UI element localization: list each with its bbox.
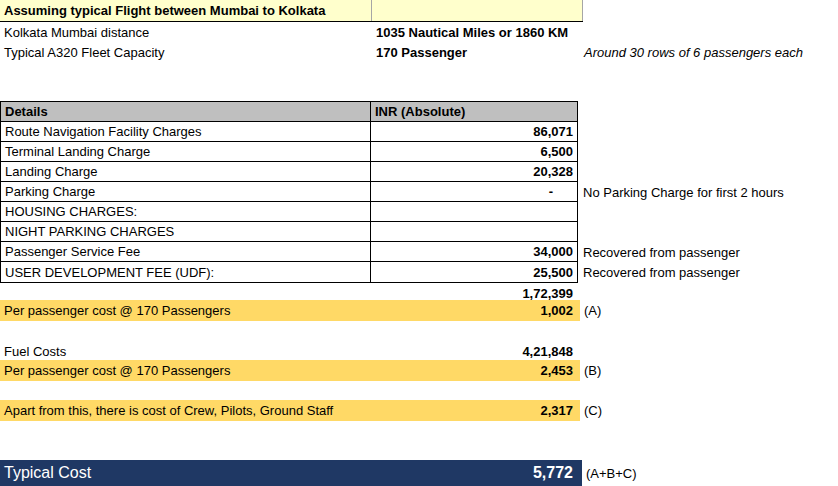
row-label-cell[interactable]: NIGHT PARKING CHARGES bbox=[1, 222, 371, 241]
table-header-row: Details INR (Absolute) bbox=[1, 102, 577, 122]
crew-cost-label-cell[interactable]: Apart from this, there is cost of Crew, … bbox=[0, 403, 540, 418]
row-value-cell[interactable] bbox=[371, 222, 577, 241]
table-row: USER DEVELOPMENT FEE (UDF): 25,500 bbox=[1, 262, 577, 282]
typical-cost-banner: Typical Cost 5,772 bbox=[0, 460, 582, 486]
row-label-cell[interactable]: Passenger Service Fee bbox=[1, 242, 371, 261]
row-label-cell[interactable]: USER DEVELOPMENT FEE (UDF): bbox=[1, 262, 371, 282]
udf-note-cell[interactable]: Recovered from passenger bbox=[583, 262, 740, 282]
typical-cost-value-cell[interactable]: 5,772 bbox=[533, 464, 582, 482]
per-passenger-b-value-cell[interactable]: 2,453 bbox=[540, 363, 580, 378]
capacity-value-cell[interactable]: 170 Passenger bbox=[371, 45, 583, 60]
row-value-cell[interactable]: 20,328 bbox=[371, 162, 577, 181]
distance-row: Kolkata Mumbai distance 1035 Nautical Mi… bbox=[0, 22, 838, 42]
row-label-cell[interactable]: Landing Charge bbox=[1, 162, 371, 181]
row-value-cell[interactable]: 86,071 bbox=[371, 122, 577, 141]
fuel-costs-label-cell[interactable]: Fuel Costs bbox=[0, 344, 371, 359]
fuel-costs-row: Fuel Costs 4,21,848 bbox=[0, 341, 838, 361]
table-row: Terminal Landing Charge 6,500 bbox=[1, 142, 577, 162]
distance-value-cell[interactable]: 1035 Nautical Miles or 1860 KM bbox=[371, 25, 583, 40]
per-passenger-a-label-cell[interactable]: Per passenger cost @ 170 Passengers bbox=[0, 303, 540, 318]
per-passenger-a-row: Per passenger cost @ 170 Passengers 1,00… bbox=[0, 300, 580, 321]
row-value-cell[interactable]: - bbox=[371, 182, 577, 201]
capacity-row: Typical A320 Fleet Capacity 170 Passenge… bbox=[0, 42, 838, 62]
parking-note-cell[interactable]: No Parking Charge for first 2 hours bbox=[583, 182, 784, 202]
sheet-title-cell[interactable]: Assuming typical Flight between Mumbai t… bbox=[0, 0, 371, 21]
per-passenger-b-row: Per passenger cost @ 170 Passengers 2,45… bbox=[0, 360, 580, 381]
tag-abc-cell[interactable]: (A+B+C) bbox=[586, 460, 637, 486]
table-row: HOUSING CHARGES: bbox=[1, 202, 577, 222]
row-value-cell[interactable]: 25,500 bbox=[371, 262, 577, 282]
table-row: Parking Charge - bbox=[1, 182, 577, 202]
tag-b-cell[interactable]: (B) bbox=[584, 360, 601, 381]
fuel-costs-value-cell[interactable]: 4,21,848 bbox=[371, 344, 573, 359]
charges-subtotal-cell[interactable]: 1,72,399 bbox=[371, 286, 573, 301]
tag-c-cell[interactable]: (C) bbox=[584, 400, 602, 421]
header-amount-cell[interactable]: INR (Absolute) bbox=[371, 102, 577, 121]
table-row: Landing Charge 20,328 bbox=[1, 162, 577, 182]
charges-table: Details INR (Absolute) Route Navigation … bbox=[0, 101, 578, 283]
per-passenger-b-label-cell[interactable]: Per passenger cost @ 170 Passengers bbox=[0, 363, 540, 378]
row-value-cell[interactable]: 34,000 bbox=[371, 242, 577, 261]
table-row: NIGHT PARKING CHARGES bbox=[1, 222, 577, 242]
table-row: Passenger Service Fee 34,000 bbox=[1, 242, 577, 262]
row-value-cell[interactable] bbox=[371, 202, 577, 221]
row-label-cell[interactable]: Terminal Landing Charge bbox=[1, 142, 371, 161]
row-label-cell[interactable]: Route Navigation Facility Charges bbox=[1, 122, 371, 141]
row-label-cell[interactable]: HOUSING CHARGES: bbox=[1, 202, 371, 221]
crew-cost-row: Apart from this, there is cost of Crew, … bbox=[0, 400, 580, 421]
distance-label-cell[interactable]: Kolkata Mumbai distance bbox=[0, 25, 371, 40]
tag-a-cell[interactable]: (A) bbox=[584, 300, 601, 321]
table-row: Route Navigation Facility Charges 86,071 bbox=[1, 122, 577, 142]
assumption-title-row: Assuming typical Flight between Mumbai t… bbox=[0, 0, 583, 22]
crew-cost-value-cell[interactable]: 2,317 bbox=[540, 403, 580, 418]
row-value-cell[interactable]: 6,500 bbox=[371, 142, 577, 161]
row-label-cell[interactable]: Parking Charge bbox=[1, 182, 371, 201]
psf-note-cell[interactable]: Recovered from passenger bbox=[583, 242, 740, 262]
title-adjacent-cell[interactable] bbox=[371, 0, 583, 21]
capacity-label-cell[interactable]: Typical A320 Fleet Capacity bbox=[0, 45, 371, 60]
spreadsheet-canvas: Assuming typical Flight between Mumbai t… bbox=[0, 0, 838, 486]
capacity-note-cell[interactable]: Around 30 rows of 6 passengers each bbox=[583, 45, 803, 60]
typical-cost-label-cell[interactable]: Typical Cost bbox=[0, 464, 533, 482]
header-details-cell[interactable]: Details bbox=[1, 102, 371, 121]
per-passenger-a-value-cell[interactable]: 1,002 bbox=[540, 303, 580, 318]
